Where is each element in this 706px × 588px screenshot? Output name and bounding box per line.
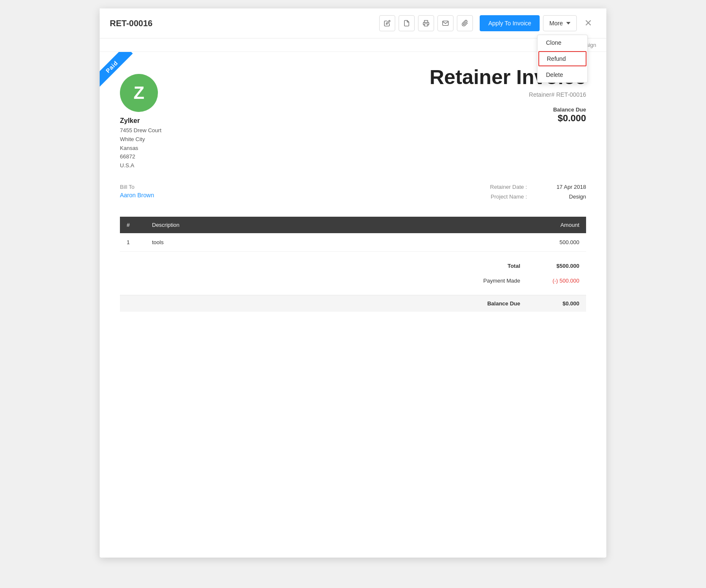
attach-button[interactable]: [457, 15, 473, 31]
payment-made-value: (-) 500.000: [537, 278, 579, 284]
more-dropdown-menu: Clone Refund Delete: [537, 35, 588, 83]
header-title: RET-00016: [110, 19, 152, 28]
bill-to-name[interactable]: Aaron Brown: [120, 192, 353, 199]
address-line5: U.S.A: [120, 161, 353, 170]
balance-due-header-value: $0.000: [353, 113, 586, 124]
bill-to-section: Bill To Aaron Brown: [120, 184, 353, 199]
doc-number: Retainer# RET-00016: [353, 91, 586, 98]
pdf-icon: [403, 20, 410, 27]
bill-details-row: Bill To Aaron Brown Retainer Date : 17 A…: [120, 184, 586, 203]
balance-due-footer-value: $0.000: [537, 300, 579, 307]
edit-button[interactable]: [379, 15, 395, 31]
totals-total-row: Total $500.000: [127, 259, 579, 273]
totals-section: Total $500.000 Payment Made (-) 500.000: [120, 252, 586, 295]
doc-top-section: Z Zylker 7455 Drew Court White City Kans…: [120, 65, 586, 170]
chevron-down-icon: [566, 22, 570, 24]
col-amount-header: Amount: [388, 217, 586, 233]
pdf-button[interactable]: [399, 15, 415, 31]
total-label: Total: [461, 263, 520, 269]
modal-header: RET-00016 Apply To Invoice More: [100, 8, 606, 38]
retainer-date-label: Retainer Date :: [476, 184, 527, 190]
print-icon: [423, 20, 429, 27]
paid-ribbon: [100, 52, 146, 98]
breadcrumb-bar: Project Name : Design: [100, 38, 606, 52]
row-number: 1: [120, 233, 145, 252]
company-info: Z Zylker 7455 Drew Court White City Kans…: [120, 65, 353, 170]
col-number-header: #: [120, 217, 145, 233]
project-name-label: Project Name :: [476, 193, 527, 200]
meta-row-date: Retainer Date : 17 Apr 2018: [353, 184, 586, 190]
attach-icon: [462, 20, 468, 27]
company-address: 7455 Drew Court White City Kansas 66872 …: [120, 126, 353, 170]
balance-due-row: Balance Due $0.000: [120, 295, 586, 312]
close-icon: ✕: [584, 18, 592, 29]
header-icons: [379, 15, 473, 31]
email-icon: [442, 20, 449, 27]
address-line1: 7455 Drew Court: [120, 126, 353, 135]
bill-to-label: Bill To: [120, 184, 353, 190]
project-name-value: Design: [544, 193, 586, 200]
meta-row-project: Project Name : Design: [353, 193, 586, 200]
meta-table: Retainer Date : 17 Apr 2018 Project Name…: [353, 184, 586, 203]
more-button[interactable]: More: [543, 15, 577, 31]
apply-to-invoice-button[interactable]: Apply To Invoice: [480, 15, 540, 31]
address-line4: 66872: [120, 152, 353, 161]
line-items-table: # Description Amount 1 tools 500.000: [120, 217, 586, 252]
document-body: Z Zylker 7455 Drew Court White City Kans…: [100, 52, 606, 325]
company-name: Zylker: [120, 117, 353, 125]
total-value: $500.000: [537, 263, 579, 269]
close-button[interactable]: ✕: [580, 15, 596, 31]
totals-payment-row: Payment Made (-) 500.000: [127, 273, 579, 288]
balance-due-header-label: Balance Due: [353, 106, 586, 113]
row-description: tools: [145, 233, 388, 252]
retainer-date-value: 17 Apr 2018: [544, 184, 586, 190]
col-description-header: Description: [145, 217, 388, 233]
print-button[interactable]: [418, 15, 434, 31]
refund-menu-item[interactable]: Refund: [538, 51, 587, 66]
table-header-row: # Description Amount: [120, 217, 586, 233]
address-line2: White City: [120, 135, 353, 144]
svg-rect-0: [424, 24, 428, 26]
delete-menu-item[interactable]: Delete: [538, 67, 587, 82]
clone-menu-item[interactable]: Clone: [538, 35, 587, 50]
email-button[interactable]: [437, 15, 453, 31]
payment-made-label: Payment Made: [461, 278, 520, 284]
row-amount: 500.000: [388, 233, 586, 252]
edit-icon: [384, 20, 391, 27]
modal-container: RET-00016 Apply To Invoice More: [100, 8, 606, 558]
balance-due-footer-label: Balance Due: [461, 300, 520, 307]
table-row: 1 tools 500.000: [120, 233, 586, 252]
address-line3: Kansas: [120, 144, 353, 153]
